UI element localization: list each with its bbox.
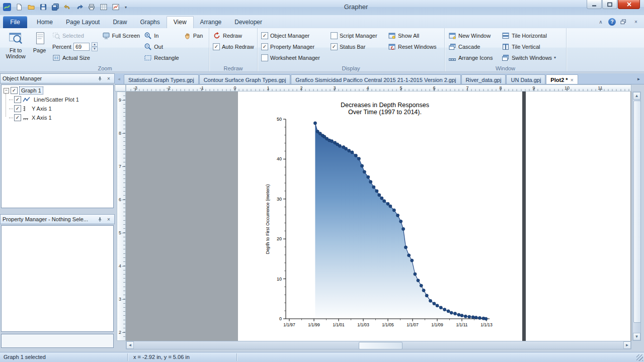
pin-icon[interactable]	[96, 216, 103, 223]
resize-grip[interactable]	[636, 354, 643, 361]
document-tab[interactable]: Statistical Graph Types.gpj	[124, 74, 199, 84]
rib bon-tab-graphs[interactable]: Graphs	[133, 16, 166, 28]
visibility-checkbox[interactable]: ✓	[14, 96, 21, 103]
tile-horizontal-button[interactable]: Tile Horizontal	[500, 30, 564, 41]
new-worksheet-icon[interactable]	[99, 2, 109, 12]
new-window-button[interactable]: New Window	[447, 30, 499, 41]
close-panel-icon[interactable]: ×	[105, 75, 112, 82]
zoom-selected-button[interactable]: Selected	[51, 30, 100, 41]
app-logo-icon[interactable]	[2, 2, 12, 12]
zoom-percent-input[interactable]: 69	[73, 43, 90, 51]
ribbon-tab-draw[interactable]: Draw	[106, 16, 133, 28]
ribbon-tab-view[interactable]: View	[167, 16, 194, 28]
page-view-button[interactable]: Page	[29, 29, 50, 64]
redraw-button[interactable]: Redraw	[211, 30, 256, 41]
zoom-out-button[interactable]: Out	[142, 41, 181, 52]
zoom-percent-spinner[interactable]: ▲ ▼	[92, 42, 98, 51]
checkbox-worksheet-manager[interactable]: Worksheet Manager	[260, 52, 328, 63]
arrange-icons-button[interactable]: Arrange Icons	[447, 52, 499, 63]
document-tab[interactable]: River_data.gpj	[461, 74, 506, 84]
pin-icon[interactable]	[96, 75, 103, 82]
ruler-number: -1	[200, 85, 204, 90]
document-tab[interactable]: UN Data.gpj	[506, 74, 545, 84]
pan-button[interactable]: Pan	[182, 30, 207, 41]
document-tab-bar: ◄ Statistical Graph Types.gpjContour Sur…	[115, 73, 644, 84]
vertical-scrollbar[interactable]: ▲ ▼	[632, 92, 641, 341]
collapse-ribbon-icon[interactable]: ∧	[596, 17, 606, 27]
tree-item-x-axis-1[interactable]: ✓X Axis 1	[2, 113, 113, 122]
new-document-icon[interactable]	[14, 2, 24, 12]
open-icon[interactable]	[26, 2, 36, 12]
ribbon-tab-arrange[interactable]: Arrange	[194, 16, 228, 28]
document-tab[interactable]: Grafico Sismicidad Pacifico Central 2015…	[291, 74, 460, 84]
close-document-icon[interactable]: ×	[631, 17, 641, 27]
vertical-scroll-thumb[interactable]	[633, 101, 641, 323]
save-all-icon[interactable]	[50, 2, 60, 12]
scroll-left-icon[interactable]: ◄	[126, 341, 134, 349]
ruler-corner	[115, 84, 126, 92]
vertical-ruler[interactable]: 98765432	[117, 92, 126, 341]
checkbox-auto-redraw[interactable]: ✓ Auto Redraw	[211, 41, 256, 52]
redo-icon[interactable]	[74, 2, 85, 12]
zoom-rectangle-button[interactable]: Rectangle	[142, 52, 181, 63]
horizontal-ruler[interactable]: -3-2-10123456789101112	[126, 84, 631, 92]
property-manager-body	[1, 225, 114, 332]
undo-icon[interactable]	[62, 2, 72, 12]
line-scatter-plot[interactable]: 010203040501/1/971/1/991/1/011/1/031/1/0…	[238, 96, 523, 338]
actual-size-button[interactable]: Actual Size	[51, 52, 100, 63]
scroll-down-icon[interactable]: ▼	[633, 333, 640, 340]
ruler-inch-tick	[122, 266, 125, 266]
ruler-number: -2	[167, 85, 171, 90]
spin-down-icon[interactable]: ▼	[92, 47, 98, 51]
expander-icon[interactable]: −	[4, 88, 9, 94]
checkbox-script-manager[interactable]: Script Manager	[329, 30, 385, 41]
maximize-button[interactable]	[602, 0, 617, 9]
ribbon-tab-page-layout[interactable]: Page Layout	[59, 16, 106, 28]
show-all-button[interactable]: Show All	[386, 30, 439, 41]
switch-windows-button[interactable]: Switch Windows ▾	[500, 52, 564, 63]
svg-text:1/1/07: 1/1/07	[407, 322, 419, 327]
fit-to-window-button[interactable]: Fit to Window	[3, 29, 28, 64]
document-tab[interactable]: Contour Surface Graph Types.gpj	[199, 74, 291, 84]
help-icon[interactable]: ?	[608, 18, 616, 26]
tree-item-graph-1[interactable]: −✓Graph 1	[2, 86, 113, 95]
reset-windows-button[interactable]: Reset Windows	[386, 41, 439, 52]
cascade-button[interactable]: Cascade	[447, 41, 499, 52]
tile-vertical-button[interactable]: Tile Vertical	[500, 41, 564, 52]
plot-canvas[interactable]: 010203040501/1/971/1/991/1/011/1/031/1/0…	[126, 92, 631, 341]
checkbox-status-bar[interactable]: ✓Status Bar	[329, 41, 385, 52]
ribbon-group-zoom: Fit to Window Page Selected Percent 69 ▲…	[1, 28, 209, 71]
document-tab[interactable]: Plot2 *×	[546, 74, 578, 84]
ribbon-tab-developer[interactable]: Developer	[228, 16, 269, 28]
close-button[interactable]	[618, 0, 640, 9]
horizontal-scrollbar[interactable]: ◄ ►	[126, 341, 631, 349]
tab-close-icon[interactable]: ×	[571, 77, 574, 83]
checkbox-property-manager[interactable]: ✓Property Manager	[260, 41, 328, 52]
scroll-up-icon[interactable]: ▲	[633, 92, 640, 100]
full-screen-button[interactable]: Full Screen	[101, 30, 142, 41]
print-icon[interactable]	[87, 2, 97, 12]
restore-document-icon[interactable]	[618, 17, 628, 27]
zoom-in-button[interactable]: In	[142, 30, 181, 41]
visibility-checkbox[interactable]: ✓	[14, 114, 21, 121]
tab-scroll-right-icon[interactable]: ►	[635, 75, 642, 83]
horizontal-scroll-thumb[interactable]	[359, 342, 403, 349]
group-label-zoom: Zoom	[1, 65, 209, 71]
cascade-icon	[448, 43, 456, 51]
arrange-icons-label: Arrange Icons	[458, 55, 493, 61]
ribbon-tab-file[interactable]: File	[3, 16, 27, 28]
svg-text:10: 10	[277, 277, 282, 282]
visibility-checkbox[interactable]: ✓	[11, 87, 18, 94]
tree-item-y-axis-1[interactable]: ✓Y Axis 1	[2, 104, 113, 113]
checkbox-object-manager[interactable]: ✓Object Manager	[260, 30, 328, 41]
tab-scroll-left-icon[interactable]: ◄	[115, 75, 123, 83]
scroll-right-icon[interactable]: ►	[623, 341, 631, 349]
ribbon-tab-home[interactable]: Home	[30, 16, 59, 28]
redraw-label: Redraw	[223, 33, 242, 39]
visibility-checkbox[interactable]: ✓	[14, 105, 21, 112]
minimize-button[interactable]	[587, 0, 602, 9]
tree-item-line-scatter-plot-1[interactable]: ✓Line/Scatter Plot 1	[2, 95, 113, 104]
close-panel-icon[interactable]: ×	[105, 216, 112, 223]
save-icon[interactable]	[38, 2, 48, 12]
spin-up-icon[interactable]: ▲	[92, 42, 98, 47]
